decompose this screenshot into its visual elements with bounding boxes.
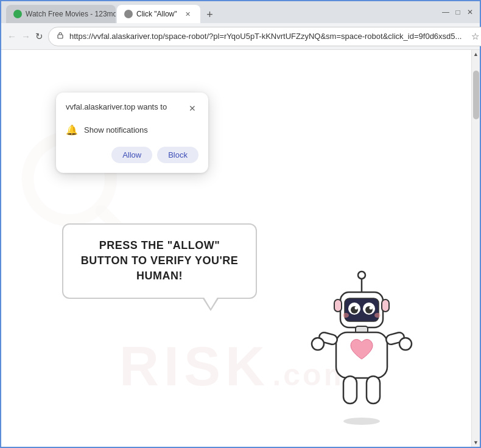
close-button[interactable]: ✕	[465, 7, 475, 17]
svg-point-12	[370, 307, 373, 310]
address-bar: ← → ↻ https://vvfal.alaskariver.top/spac…	[1, 23, 480, 50]
notification-popup: vvfal.alaskariver.top wants to ✕ 🔔 Show …	[56, 93, 208, 173]
svg-rect-23	[343, 376, 357, 404]
svg-point-4	[358, 271, 365, 279]
tab-area: Watch Free Movies - 123movie... ✕ Click …	[6, 1, 438, 23]
back-button[interactable]: ←	[7, 28, 16, 45]
scroll-thumb[interactable]	[473, 71, 479, 119]
scrollbar: ▲ ▼	[471, 50, 480, 447]
title-bar: Watch Free Movies - 123movie... ✕ Click …	[1, 1, 480, 23]
popup-actions: Allow Block	[66, 147, 198, 163]
tab-1-favicon	[13, 10, 22, 18]
block-button[interactable]: Block	[157, 147, 198, 163]
browser-body: RISK .com vvfal.alaskariver.top wants to…	[1, 50, 480, 447]
maximize-button[interactable]: □	[453, 7, 463, 17]
reload-button[interactable]: ↻	[35, 28, 43, 45]
speech-bubble: PRESS THE "ALLOW" BUTTON TO VERIFY YOU'R…	[62, 223, 257, 299]
popup-header: vvfal.alaskariver.top wants to ✕	[66, 102, 198, 114]
tab-1[interactable]: Watch Free Movies - 123movie... ✕	[6, 5, 116, 23]
security-icon	[56, 31, 65, 41]
url-actions: ☆ 👤 ⋮	[466, 28, 481, 45]
url-bar[interactable]: https://vvfal.alaskariver.top/space-robo…	[48, 27, 481, 46]
forward-button[interactable]: →	[21, 28, 30, 45]
popup-close-button[interactable]: ✕	[186, 102, 198, 114]
tab-1-title: Watch Free Movies - 123movie...	[26, 10, 116, 18]
permission-label: Show notifications	[84, 125, 148, 135]
svg-point-13	[343, 313, 349, 318]
svg-point-11	[355, 307, 358, 310]
robot-illustration	[301, 268, 423, 429]
new-tab-button[interactable]: +	[202, 6, 219, 23]
speech-bubble-text: PRESS THE "ALLOW" BUTTON TO VERIFY YOU'R…	[81, 239, 239, 282]
bookmark-button[interactable]: ☆	[466, 28, 481, 45]
robot-svg	[301, 268, 423, 426]
svg-point-22	[399, 338, 412, 350]
tab-2-close[interactable]: ✕	[183, 9, 193, 19]
svg-rect-15	[334, 299, 342, 312]
page-content: RISK .com vvfal.alaskariver.top wants to…	[1, 50, 471, 447]
bell-icon: 🔔	[66, 124, 78, 136]
svg-point-25	[343, 418, 380, 425]
popup-title: vvfal.alaskariver.top wants to	[66, 102, 167, 113]
url-text: https://vvfal.alaskariver.top/space-robo…	[69, 32, 462, 41]
tab-2-title: Click "Allow"	[136, 10, 177, 18]
popup-permission: 🔔 Show notifications	[66, 122, 198, 138]
svg-point-14	[374, 313, 381, 318]
tab-2[interactable]: Click "Allow" ✕	[117, 5, 200, 23]
svg-rect-16	[382, 299, 389, 312]
tab-2-favicon	[124, 10, 133, 18]
minimize-button[interactable]: —	[441, 7, 451, 17]
svg-point-20	[312, 338, 324, 350]
browser-window: Watch Free Movies - 123movie... ✕ Click …	[0, 0, 481, 448]
svg-rect-24	[367, 376, 380, 404]
svg-rect-0	[58, 35, 63, 38]
window-controls: — □ ✕	[441, 7, 475, 17]
scroll-up-arrow[interactable]: ▲	[472, 50, 480, 58]
allow-button[interactable]: Allow	[111, 147, 152, 163]
scroll-down-arrow[interactable]: ▼	[472, 438, 480, 447]
